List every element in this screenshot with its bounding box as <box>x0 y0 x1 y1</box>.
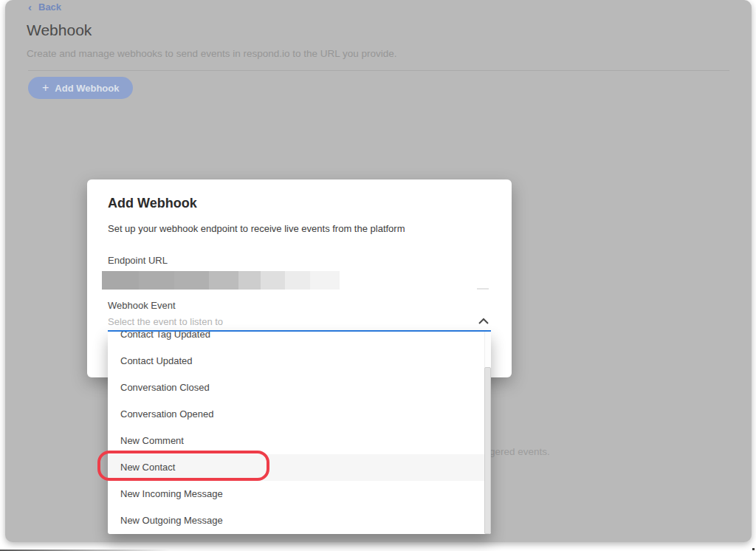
page-description: Create and manage webhooks to send event… <box>27 48 397 59</box>
dropdown-list: Contact Tag Updated Contact Updated Conv… <box>108 332 491 534</box>
option-conversation-closed[interactable]: Conversation Closed <box>108 374 491 401</box>
endpoint-url-label: Endpoint URL <box>108 255 168 266</box>
option-contact-tag-updated[interactable]: Contact Tag Updated <box>108 332 491 348</box>
add-webhook-button-label: Add Webhook <box>55 83 119 94</box>
modal-subtitle: Set up your webhook endpoint to receive … <box>108 223 405 234</box>
webhook-event-label: Webhook Event <box>108 300 176 311</box>
app-screen-overlay: ‹ Back Webhook Create and manage webhook… <box>5 0 752 542</box>
modal-title: Add Webhook <box>108 196 197 211</box>
screenshot-corner-artifact <box>752 548 755 550</box>
dropdown-scrollbar[interactable] <box>484 332 491 534</box>
chevron-left-icon: ‹ <box>28 2 32 12</box>
option-new-contact[interactable]: New Contact <box>108 454 491 481</box>
endpoint-url-input[interactable] <box>102 271 491 290</box>
select-placeholder: Select the event to listen to <box>108 316 223 327</box>
webhook-event-select[interactable]: Select the event to listen to <box>108 312 491 330</box>
option-new-incoming-message[interactable]: New Incoming Message <box>108 481 491 507</box>
option-conversation-opened[interactable]: Conversation Opened <box>108 401 491 428</box>
header-divider <box>28 70 729 71</box>
plus-icon: + <box>42 81 49 95</box>
input-underline-fragment <box>477 288 489 290</box>
page-title: Webhook <box>27 21 92 39</box>
option-new-outgoing-message[interactable]: New Outgoing Message <box>108 507 491 534</box>
background-partial-text: gered events. <box>489 446 550 457</box>
webhook-event-dropdown: Contact Tag Updated Contact Updated Conv… <box>108 332 491 534</box>
dropdown-scrollbar-thumb[interactable] <box>484 367 491 534</box>
option-new-comment[interactable]: New Comment <box>108 428 491 454</box>
chevron-up-icon <box>478 318 489 324</box>
add-webhook-button[interactable]: + Add Webhook <box>28 77 133 99</box>
redacted-url-value <box>102 271 340 290</box>
back-button[interactable]: ‹ Back <box>28 1 61 13</box>
option-contact-updated[interactable]: Contact Updated <box>108 348 491 374</box>
back-label: Back <box>38 1 61 13</box>
